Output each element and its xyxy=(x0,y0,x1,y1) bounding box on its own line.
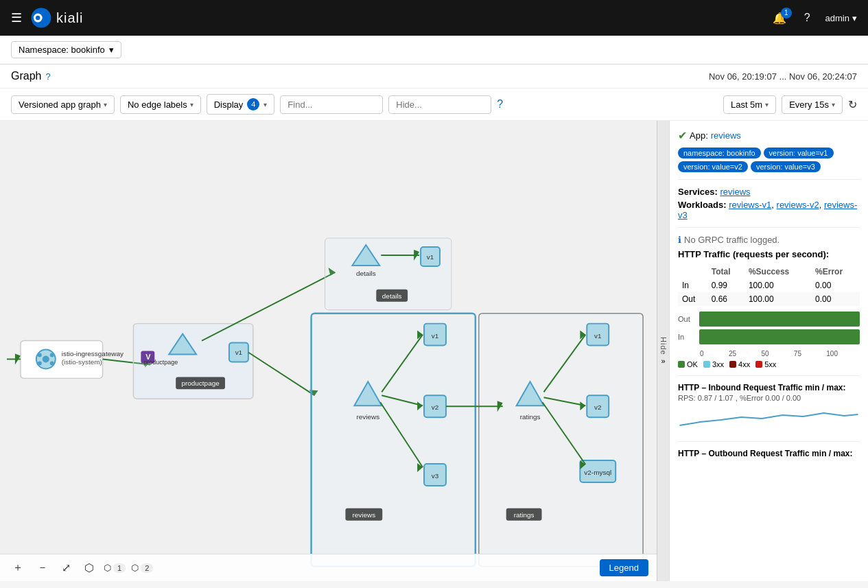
bar-out-ok xyxy=(699,311,860,327)
tag-version-v3[interactable]: version: value=v3 xyxy=(751,161,821,172)
svg-text:ratings: ratings xyxy=(514,511,535,519)
fit-graph-button[interactable]: ⤢ xyxy=(58,559,75,576)
find-input[interactable] xyxy=(280,95,383,114)
tag-version-v2[interactable]: version: value=v2 xyxy=(678,161,748,172)
col-header-total: Total xyxy=(707,265,744,279)
bar-in-label: In xyxy=(678,333,695,341)
table-row-in: In 0.99 100.00 0.00 xyxy=(678,279,860,292)
time-window-selector[interactable]: Last 5m ▾ xyxy=(723,95,776,114)
svg-text:reviews: reviews xyxy=(352,511,375,519)
svg-point-6 xyxy=(43,355,49,362)
hide-panel-toggle[interactable]: Hide » xyxy=(657,121,669,581)
bar-out-container xyxy=(699,311,860,327)
hamburger-menu[interactable]: ☰ xyxy=(11,10,22,25)
graph-help-icon[interactable]: ? xyxy=(45,71,50,82)
grpc-info-icon: ℹ xyxy=(678,235,681,245)
svg-text:v2-mysql: v2-mysql xyxy=(584,469,611,476)
namespace-caret-icon: ▾ xyxy=(109,45,114,55)
bar-out-label: Out xyxy=(678,315,695,323)
traffic-table: Total %Success %Error In 0.99 100.00 0.0… xyxy=(678,265,860,306)
bar-in-row: In xyxy=(678,329,860,344)
inbound-sparkline xyxy=(678,405,860,432)
edge-labels-caret: ▾ xyxy=(190,101,193,108)
main-layout: istio-ingressgateway (istio-system) V pr… xyxy=(0,121,868,581)
svg-text:v2: v2 xyxy=(432,403,439,411)
edge-labels-label: No edge labels xyxy=(128,99,187,110)
chart-axis: 0 25 50 75 100 xyxy=(700,350,838,357)
row-success-out: 100.00 xyxy=(744,292,811,306)
axis-75: 75 xyxy=(794,350,801,357)
node-productpage-v1[interactable]: v1 xyxy=(229,343,248,362)
http-bar-chart: Out In xyxy=(678,311,860,344)
graph-canvas[interactable]: istio-ingressgateway (istio-system) V pr… xyxy=(0,121,657,581)
svg-point-7 xyxy=(38,353,42,357)
legend-button[interactable]: Legend xyxy=(600,559,648,576)
node-count-2-button[interactable]: ⬡ 2 xyxy=(131,563,153,573)
username-label: admin xyxy=(825,13,849,23)
kiali-brand-text: kiali xyxy=(56,10,83,26)
legend-5xx: 5xx xyxy=(755,360,776,368)
app-name-link[interactable]: reviews xyxy=(711,130,741,141)
edge-labels-selector[interactable]: No edge labels ▾ xyxy=(120,95,201,114)
chart-legend: OK 3xx 4xx 5xx xyxy=(678,360,860,368)
row-total-in: 0.99 xyxy=(707,279,744,292)
svg-text:ratings: ratings xyxy=(520,413,541,421)
services-row: Services: reviews xyxy=(678,187,860,197)
row-dir-in: In xyxy=(678,279,707,292)
node-reviews-v2[interactable]: v2 xyxy=(424,395,446,417)
svg-point-9 xyxy=(38,361,42,365)
node-reviews-v3[interactable]: v3 xyxy=(424,464,446,486)
tag-row-2: version: value=v2 version: value=v3 xyxy=(678,161,860,172)
graph-header: Graph ? Nov 06, 20:19:07 ... Nov 06, 20:… xyxy=(0,64,868,89)
user-menu[interactable]: admin ▾ xyxy=(825,13,857,23)
svg-point-10 xyxy=(50,361,54,365)
kiali-logo: kiali xyxy=(30,7,83,29)
zoom-in-button[interactable]: ＋ xyxy=(8,558,27,577)
svg-text:productpage: productpage xyxy=(143,359,178,366)
breadcrumb-bar: Namespace: bookinfo ▾ xyxy=(0,36,868,64)
node-ratings-v2[interactable]: v2 xyxy=(587,395,609,417)
display-label: Display xyxy=(214,99,244,110)
workloads-link-v1[interactable]: reviews-v1 xyxy=(729,200,771,210)
app-status-header: ✔ App: reviews xyxy=(678,129,860,142)
legend-3xx-dot xyxy=(703,361,710,368)
axis-100: 100 xyxy=(826,350,838,357)
node-filter-button[interactable]: ⬡ xyxy=(80,559,98,576)
tag-version-v1[interactable]: version: value=v1 xyxy=(764,148,834,158)
col-header-success: %Success xyxy=(744,265,811,279)
display-caret: ▾ xyxy=(263,101,267,108)
node-reviews-v1[interactable]: v1 xyxy=(424,324,446,346)
toolbar-right-group: Last 5m ▾ Every 15s ▾ ↻ xyxy=(723,95,857,114)
notification-bell[interactable]: 🔔 1 xyxy=(773,12,786,25)
node-count-1-button[interactable]: ⬡ 1 xyxy=(104,563,126,573)
refresh-interval-selector[interactable]: Every 15s ▾ xyxy=(782,95,843,114)
node-badge-1: 1 xyxy=(113,563,126,573)
zoom-out-button[interactable]: － xyxy=(33,558,52,577)
bar-in-ok xyxy=(699,329,860,344)
node-details-v1[interactable]: v1 xyxy=(421,247,440,266)
workloads-row: Workloads: reviews-v1, reviews-v2, revie… xyxy=(678,200,860,220)
row-success-in: 100.00 xyxy=(744,279,811,292)
filter-help-icon[interactable]: ? xyxy=(497,98,503,110)
grpc-info: ℹ No GRPC traffic logged. xyxy=(678,235,860,245)
axis-50: 50 xyxy=(761,350,769,357)
node-ratings-v1[interactable]: v1 xyxy=(587,324,609,346)
inbound-subtitle: RPS: 0.87 / 1.07 , %Error 0.00 / 0.00 xyxy=(678,394,860,402)
hide-input[interactable] xyxy=(388,95,491,114)
services-link-reviews[interactable]: reviews xyxy=(720,187,750,197)
namespace-selector[interactable]: Namespace: bookinfo ▾ xyxy=(11,41,121,58)
workloads-link-v2[interactable]: reviews-v2 xyxy=(777,200,819,210)
display-selector[interactable]: Display 4 ▾ xyxy=(207,94,275,115)
legend-4xx-label: 4xx xyxy=(738,360,750,368)
hide-chevron-icon: » xyxy=(661,357,665,365)
help-button[interactable]: ? xyxy=(804,12,810,24)
time-window-caret: ▾ xyxy=(765,101,769,108)
legend-4xx-dot xyxy=(729,361,736,368)
svg-text:productpage: productpage xyxy=(181,379,220,387)
svg-rect-54 xyxy=(479,314,643,567)
refresh-button[interactable]: ↻ xyxy=(848,98,857,111)
node-filter-icon: ⬡ xyxy=(84,562,94,574)
graph-type-selector[interactable]: Versioned app graph ▾ xyxy=(11,95,115,114)
tag-namespace[interactable]: namespace: bookinfo xyxy=(678,148,761,158)
graph-title-group: Graph ? xyxy=(11,70,51,82)
